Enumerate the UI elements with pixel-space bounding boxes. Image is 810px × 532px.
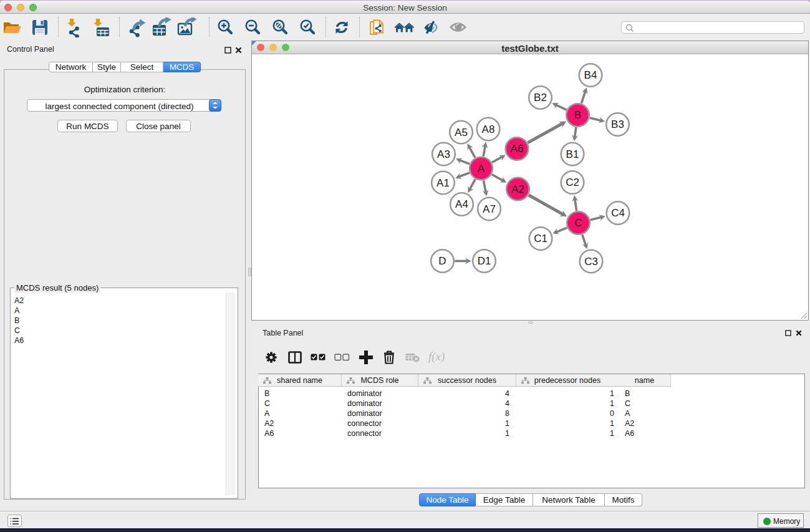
svg-text:A: A (478, 163, 485, 175)
svg-text:B1: B1 (566, 148, 579, 160)
svg-text:C3: C3 (584, 256, 598, 268)
svg-text:B: B (574, 109, 581, 121)
svg-text:A8: A8 (482, 123, 495, 135)
svg-text:f(x): f(x) (428, 351, 445, 364)
svg-text:A3: A3 (437, 148, 450, 160)
svg-text:A6: A6 (511, 143, 524, 155)
svg-text:C2: C2 (566, 177, 579, 188)
svg-text:A5: A5 (455, 127, 468, 138)
svg-text:B2: B2 (534, 92, 547, 104)
svg-text:C: C (574, 217, 582, 229)
svg-text:B3: B3 (611, 118, 624, 130)
svg-text:A4: A4 (455, 198, 468, 210)
svg-text:C4: C4 (611, 207, 625, 219)
svg-text:D: D (438, 255, 446, 267)
svg-text:B4: B4 (584, 69, 597, 81)
svg-text:C1: C1 (534, 233, 547, 244)
svg-text:A2: A2 (511, 183, 524, 195)
svg-text:D1: D1 (478, 255, 491, 267)
svg-text:A1: A1 (436, 177, 450, 189)
svg-text:A7: A7 (483, 203, 496, 215)
